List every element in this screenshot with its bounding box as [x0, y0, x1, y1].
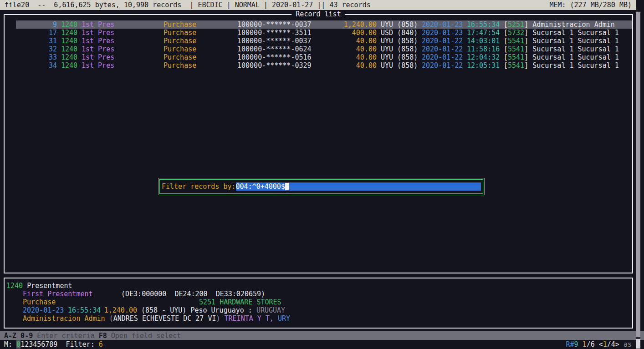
- record-date: 2020-01-22: [422, 45, 463, 53]
- record-merchant: Sucursal 1 Sucursal 1: [532, 53, 619, 61]
- record-mti: 1240: [61, 45, 77, 53]
- record-type: Purchase: [164, 61, 237, 70]
- filter-input-value: 004:^0+4000$: [236, 182, 285, 191]
- record-mcc: 5541: [504, 45, 528, 53]
- record-currency: USD (840): [381, 29, 418, 37]
- record-amount: 400.00: [340, 29, 377, 37]
- record-type: Purchase: [164, 53, 237, 61]
- record-amount: 40.00: [340, 61, 377, 70]
- record-mti: 1240: [61, 53, 77, 61]
- position-total: /6: [587, 340, 595, 349]
- table-row[interactable]: 32 1240 1st Pres Purchase 100000-******-…: [16, 45, 632, 53]
- record-time: 12:04:32: [467, 53, 500, 61]
- file-info-bar: file20 -- 6,616,625 bytes, 10,990 record…: [0, 0, 636, 10]
- detail-merchant: Administracion Admin: [23, 314, 105, 323]
- record-mti: 1240: [61, 20, 77, 29]
- record-currency: UYU (858): [381, 37, 418, 45]
- table-row[interactable]: 33 1240 1st Pres Purchase 100000-******-…: [16, 53, 632, 61]
- record-desc: 1st Pres: [82, 61, 164, 70]
- detail-line-amount: 2020-01-23 16:55:34 1,240.00 (858 - UYU)…: [6, 306, 632, 314]
- keyhint-f8-key: F8: [99, 332, 107, 340]
- detail-function-codes: (DE3:000000 DE24:200 DE33:020659): [121, 290, 265, 298]
- detail-mti-name: Presentment: [23, 282, 72, 290]
- detail-line-merchant: Administracion Admin ( ANDRES ECHEVESTE …: [6, 314, 632, 323]
- record-pan: 100000-******-3511: [237, 29, 340, 37]
- record-type: Purchase: [164, 37, 237, 45]
- record-list-title: Record list: [291, 10, 345, 18]
- record-time: 11:58:16: [467, 45, 500, 53]
- record-time: 17:47:54: [467, 29, 500, 37]
- record-number: 9: [16, 20, 57, 29]
- record-date: 2020-01-22: [422, 61, 463, 70]
- detail-line-mti: 1240 Presentment: [6, 282, 632, 290]
- table-row[interactable]: 9 1240 1st Pres Purchase 100000-******-0…: [16, 20, 632, 29]
- record-merchant: Sucursal 1 Sucursal 1: [532, 45, 619, 53]
- table-row[interactable]: 31 1240 1st Pres Purchase 100000-******-…: [16, 37, 632, 45]
- page-current: 1: [603, 340, 607, 349]
- scrollbar-end-cap[interactable]: [636, 339, 640, 349]
- page-open: <: [595, 340, 603, 349]
- record-date: 2020-01-23: [422, 29, 463, 37]
- filter-count-label: Filter:: [57, 340, 98, 349]
- record-number: 34: [16, 61, 57, 70]
- record-mcc: 5541: [504, 37, 528, 45]
- record-detail-panel: 1240 Presentment First Presentment (DE3:…: [4, 278, 633, 329]
- record-mti: 1240: [61, 37, 77, 45]
- record-currency: UYU (858): [381, 20, 418, 29]
- record-pan: 100000-******-0037: [237, 20, 340, 29]
- record-amount: 40.00: [340, 45, 377, 53]
- record-merchant: Sucursal 1 Sucursal 1: [532, 61, 619, 70]
- record-amount: 40.00: [340, 53, 377, 61]
- record-ref-label: R#: [566, 340, 574, 349]
- detail-merchant-detail: ANDRES ECHEVESTE DC 27 VI: [113, 314, 216, 323]
- record-number: 32: [16, 45, 57, 53]
- indent: [6, 290, 23, 298]
- indent: [6, 306, 23, 314]
- scrollbar-thumb[interactable]: [636, 12, 640, 337]
- detail-merchant-country: URY: [274, 314, 290, 323]
- table-row[interactable]: 34 1240 1st Pres Purchase 100000-******-…: [16, 61, 632, 70]
- record-time: 16:55:34: [467, 20, 500, 29]
- detail-line-type: Purchase 5251 HARDWARE STORES: [6, 298, 632, 306]
- record-time: 12:05:31: [467, 61, 500, 70]
- record-number: 31: [16, 37, 57, 45]
- record-date: 2020-01-23: [422, 20, 463, 29]
- record-pan: 100000-******-0516: [237, 53, 340, 61]
- filter-label: Filter records by:: [162, 182, 236, 191]
- record-merchant: Sucursal 1 Sucursal 1: [532, 37, 619, 45]
- status-bar: M: 0 123456789 Filter: 6 R# 9 1 /6 < 1 /…: [0, 340, 636, 349]
- file-info-text: file20 -- 6,616,625 bytes, 10,990 record…: [5, 1, 371, 9]
- detail-mti: 1240: [6, 282, 23, 290]
- detail-line-function: First Presentment (DE3:000000 DE24:200 D…: [6, 290, 632, 298]
- record-number: 33: [16, 53, 57, 61]
- detail-time: 16:55:34: [68, 306, 101, 314]
- record-desc: 1st Pres: [82, 20, 164, 29]
- record-rows: 9 1240 1st Pres Purchase 100000-******-0…: [16, 20, 632, 70]
- detail-mcc: 5251 HARDWARE STORES: [199, 298, 281, 306]
- record-desc: 1st Pres: [82, 37, 164, 45]
- record-desc: 1st Pres: [82, 45, 164, 53]
- record-type: Purchase: [164, 29, 237, 37]
- record-currency: UYU (858): [381, 61, 418, 70]
- detail-date: 2020-01-23: [23, 306, 64, 314]
- record-desc: 1st Pres: [82, 29, 164, 37]
- detail-tx-type: Purchase: [23, 298, 199, 306]
- keyhint-f8-desc: Open field select: [107, 332, 181, 340]
- record-currency: UYU (858): [381, 53, 418, 61]
- record-time: 14:03:01: [467, 37, 500, 45]
- mark-label: M:: [4, 340, 16, 349]
- detail-country: URUGUAY: [256, 306, 285, 314]
- mark-digits[interactable]: 123456789: [20, 340, 57, 349]
- record-desc: 1st Pres: [82, 53, 164, 61]
- record-amount: 40.00: [340, 37, 377, 45]
- page-rest: /4>: [607, 340, 619, 349]
- marked-digit[interactable]: 0: [16, 340, 20, 349]
- filter-input[interactable]: 004:^0+4000$: [236, 182, 481, 191]
- paren-close: ): [216, 314, 224, 323]
- indent: [6, 298, 23, 306]
- text-cursor: [285, 183, 289, 190]
- record-pan: 100000-******-0624: [237, 45, 340, 53]
- table-row[interactable]: 17 1240 1st Pres Purchase 100000-******-…: [16, 29, 632, 37]
- record-number: 17: [16, 29, 57, 37]
- record-type: Purchase: [164, 20, 237, 29]
